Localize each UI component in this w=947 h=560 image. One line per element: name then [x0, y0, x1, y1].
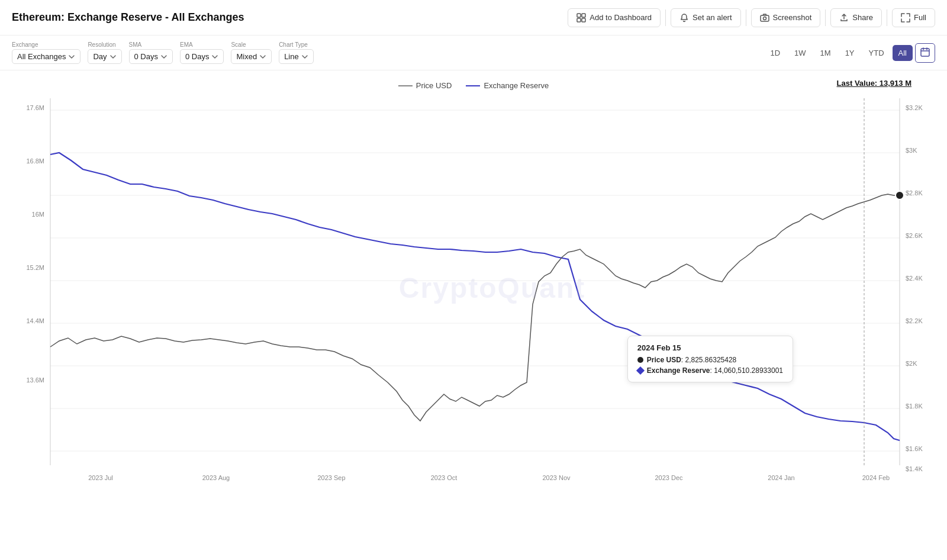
scale-filter: Scale Mixed: [231, 41, 272, 64]
svg-rect-3: [582, 18, 585, 22]
svg-text:$2.8K: $2.8K: [906, 189, 923, 197]
svg-text:$3K: $3K: [906, 147, 917, 154]
add-dashboard-button[interactable]: Add to Dashboard: [568, 8, 661, 27]
svg-text:17.6M: 17.6M: [26, 104, 44, 111]
timerange-all[interactable]: All: [893, 45, 913, 61]
svg-text:$1.4K: $1.4K: [906, 465, 923, 472]
tooltip-price-label: Price USD: 2,825.86325428: [647, 356, 736, 364]
timerange-controls: 1D 1W 1M 1Y YTD All: [764, 43, 935, 63]
full-button[interactable]: Full: [892, 8, 935, 27]
chart-type-select[interactable]: Line: [279, 49, 314, 64]
chevron-down-icon: [68, 53, 75, 60]
sma-filter: SMA 0 Days: [129, 41, 173, 64]
svg-text:2023 Sep: 2023 Sep: [317, 474, 345, 481]
exchange-label: Exchange: [12, 41, 80, 48]
legend-price-usd: Price USD: [398, 81, 452, 90]
ema-select[interactable]: 0 Days: [180, 49, 224, 64]
timerange-ytd[interactable]: YTD: [863, 45, 890, 61]
svg-text:2023 Nov: 2023 Nov: [542, 474, 571, 481]
legend-exchange-reserve: Exchange Reserve: [466, 81, 549, 90]
svg-rect-2: [577, 18, 581, 22]
camera-icon: [760, 13, 769, 22]
header-actions: Add to Dashboard Set an alert Screenshot: [568, 8, 935, 27]
chart-legend: Price USD Exchange Reserve: [0, 76, 947, 92]
timerange-1w[interactable]: 1W: [788, 45, 812, 61]
calendar-icon: [920, 47, 930, 57]
sma-select[interactable]: 0 Days: [129, 49, 173, 64]
calendar-button[interactable]: [915, 43, 935, 63]
svg-text:14.4M: 14.4M: [26, 317, 44, 324]
chart-container[interactable]: CryptoQuant 17.6M 16.8M 16M 15.2M 14.4M …: [12, 92, 935, 483]
legend-reserve-label: Exchange Reserve: [484, 81, 549, 90]
divider: [665, 9, 666, 26]
svg-rect-0: [577, 14, 581, 17]
timerange-1y[interactable]: 1Y: [839, 45, 861, 61]
chart-type-filter: Chart Type Line: [279, 41, 314, 64]
ema-filter: EMA 0 Days: [180, 41, 224, 64]
exchange-filter: Exchange All Exchanges: [12, 41, 80, 64]
reserve-dot: [636, 366, 645, 375]
set-alert-button[interactable]: Set an alert: [671, 8, 741, 27]
svg-text:$1.8K: $1.8K: [906, 403, 923, 410]
svg-text:13.6M: 13.6M: [26, 376, 44, 384]
timerange-1d[interactable]: 1D: [764, 45, 786, 61]
svg-text:$3.2K: $3.2K: [906, 104, 923, 111]
tooltip-date: 2024 Feb 15: [637, 343, 783, 352]
svg-text:2023 Jul: 2023 Jul: [88, 474, 113, 481]
dashboard-icon: [576, 13, 586, 22]
fullscreen-icon: [901, 13, 910, 22]
chart-tooltip: 2024 Feb 15 Price USD: 2,825.86325428 Ex…: [627, 336, 793, 382]
svg-text:$1.6K: $1.6K: [906, 445, 923, 452]
timerange-1m[interactable]: 1M: [814, 45, 837, 61]
tooltip-price-row: Price USD: 2,825.86325428: [637, 356, 783, 364]
svg-text:2023 Oct: 2023 Oct: [431, 474, 458, 481]
legend-price-label: Price USD: [416, 81, 452, 90]
svg-text:16.8M: 16.8M: [26, 157, 44, 165]
chevron-down-icon: [160, 53, 168, 60]
filter-controls: Exchange All Exchanges Resolution Day SM…: [12, 41, 314, 64]
chevron-down-icon: [109, 53, 117, 60]
svg-rect-4: [761, 15, 769, 21]
svg-rect-1: [582, 14, 585, 17]
ema-label: EMA: [180, 41, 224, 48]
legend-blue-line: [466, 85, 480, 86]
svg-rect-6: [921, 49, 929, 56]
exchange-select[interactable]: All Exchanges: [12, 49, 80, 64]
chart-type-label: Chart Type: [279, 41, 314, 48]
legend-gray-line: [398, 85, 413, 86]
divider: [825, 9, 826, 26]
tooltip-reserve-row: Exchange Reserve: 14,060,510.28933001: [637, 366, 783, 375]
resolution-select[interactable]: Day: [88, 49, 121, 64]
chevron-down-icon: [301, 53, 308, 60]
svg-text:$2.4K: $2.4K: [906, 275, 923, 282]
svg-text:$2.6K: $2.6K: [906, 232, 923, 239]
share-button[interactable]: Share: [830, 8, 882, 27]
share-icon: [839, 13, 849, 22]
tooltip-reserve-label: Exchange Reserve: 14,060,510.28933001: [647, 366, 783, 375]
chart-svg: 17.6M 16.8M 16M 15.2M 14.4M 13.6M $3.2K …: [12, 92, 935, 483]
svg-text:2024 Jan: 2024 Jan: [768, 474, 794, 481]
scale-select[interactable]: Mixed: [231, 49, 272, 64]
resolution-filter: Resolution Day: [88, 41, 121, 64]
chevron-down-icon: [259, 53, 266, 60]
chart-toolbar: Exchange All Exchanges Resolution Day SM…: [0, 36, 947, 70]
svg-point-42: [896, 191, 904, 199]
svg-text:$2.2K: $2.2K: [906, 317, 923, 324]
divider: [746, 9, 746, 26]
svg-text:16M: 16M: [32, 211, 44, 218]
page-header: Ethereum: Exchange Reserve - All Exchang…: [0, 0, 947, 36]
svg-text:2024 Feb: 2024 Feb: [862, 474, 890, 481]
price-dot: [637, 357, 643, 363]
svg-text:2023 Aug: 2023 Aug: [202, 474, 230, 481]
scale-label: Scale: [231, 41, 272, 48]
svg-text:$2K: $2K: [906, 360, 917, 367]
resolution-label: Resolution: [88, 41, 121, 48]
svg-text:15.2M: 15.2M: [26, 264, 44, 271]
last-value-label: Last Value: 13,913 M: [837, 79, 911, 88]
screenshot-button[interactable]: Screenshot: [751, 8, 821, 27]
svg-text:2023 Dec: 2023 Dec: [655, 474, 683, 481]
divider: [887, 9, 887, 26]
chart-area: Price USD Exchange Reserve Last Value: 1…: [0, 70, 947, 489]
chevron-down-icon: [211, 53, 218, 60]
svg-point-5: [763, 17, 766, 20]
